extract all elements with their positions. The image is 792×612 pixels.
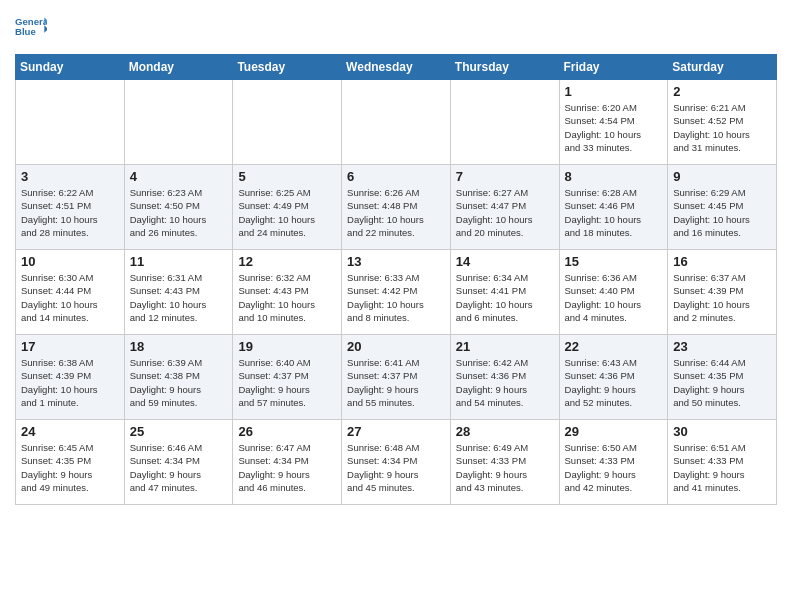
day-info: Sunrise: 6:40 AM Sunset: 4:37 PM Dayligh… — [238, 356, 336, 409]
day-info: Sunrise: 6:44 AM Sunset: 4:35 PM Dayligh… — [673, 356, 771, 409]
day-number: 2 — [673, 84, 771, 99]
day-info: Sunrise: 6:39 AM Sunset: 4:38 PM Dayligh… — [130, 356, 228, 409]
day-info: Sunrise: 6:32 AM Sunset: 4:43 PM Dayligh… — [238, 271, 336, 324]
calendar-cell: 27Sunrise: 6:48 AM Sunset: 4:34 PM Dayli… — [342, 420, 451, 505]
day-info: Sunrise: 6:23 AM Sunset: 4:50 PM Dayligh… — [130, 186, 228, 239]
calendar-cell: 28Sunrise: 6:49 AM Sunset: 4:33 PM Dayli… — [450, 420, 559, 505]
logo-svg: General Blue — [15, 10, 47, 46]
calendar-cell: 10Sunrise: 6:30 AM Sunset: 4:44 PM Dayli… — [16, 250, 125, 335]
calendar-week-row: 10Sunrise: 6:30 AM Sunset: 4:44 PM Dayli… — [16, 250, 777, 335]
day-number: 5 — [238, 169, 336, 184]
day-info: Sunrise: 6:43 AM Sunset: 4:36 PM Dayligh… — [565, 356, 663, 409]
day-number: 8 — [565, 169, 663, 184]
day-number: 20 — [347, 339, 445, 354]
day-number: 24 — [21, 424, 119, 439]
day-info: Sunrise: 6:20 AM Sunset: 4:54 PM Dayligh… — [565, 101, 663, 154]
day-number: 12 — [238, 254, 336, 269]
weekday-header-sunday: Sunday — [16, 55, 125, 80]
weekday-header-monday: Monday — [124, 55, 233, 80]
calendar-week-row: 24Sunrise: 6:45 AM Sunset: 4:35 PM Dayli… — [16, 420, 777, 505]
calendar-cell: 19Sunrise: 6:40 AM Sunset: 4:37 PM Dayli… — [233, 335, 342, 420]
weekday-header-saturday: Saturday — [668, 55, 777, 80]
day-number: 21 — [456, 339, 554, 354]
day-number: 19 — [238, 339, 336, 354]
calendar-cell: 6Sunrise: 6:26 AM Sunset: 4:48 PM Daylig… — [342, 165, 451, 250]
calendar-cell: 4Sunrise: 6:23 AM Sunset: 4:50 PM Daylig… — [124, 165, 233, 250]
weekday-header-friday: Friday — [559, 55, 668, 80]
day-number: 26 — [238, 424, 336, 439]
day-number: 13 — [347, 254, 445, 269]
weekday-header-thursday: Thursday — [450, 55, 559, 80]
calendar-cell — [16, 80, 125, 165]
day-info: Sunrise: 6:37 AM Sunset: 4:39 PM Dayligh… — [673, 271, 771, 324]
day-number: 17 — [21, 339, 119, 354]
day-number: 10 — [21, 254, 119, 269]
calendar-cell: 18Sunrise: 6:39 AM Sunset: 4:38 PM Dayli… — [124, 335, 233, 420]
day-info: Sunrise: 6:34 AM Sunset: 4:41 PM Dayligh… — [456, 271, 554, 324]
day-number: 14 — [456, 254, 554, 269]
calendar-cell: 12Sunrise: 6:32 AM Sunset: 4:43 PM Dayli… — [233, 250, 342, 335]
day-info: Sunrise: 6:47 AM Sunset: 4:34 PM Dayligh… — [238, 441, 336, 494]
day-info: Sunrise: 6:50 AM Sunset: 4:33 PM Dayligh… — [565, 441, 663, 494]
day-number: 30 — [673, 424, 771, 439]
day-info: Sunrise: 6:41 AM Sunset: 4:37 PM Dayligh… — [347, 356, 445, 409]
day-info: Sunrise: 6:30 AM Sunset: 4:44 PM Dayligh… — [21, 271, 119, 324]
calendar-cell: 17Sunrise: 6:38 AM Sunset: 4:39 PM Dayli… — [16, 335, 125, 420]
day-info: Sunrise: 6:38 AM Sunset: 4:39 PM Dayligh… — [21, 356, 119, 409]
day-info: Sunrise: 6:29 AM Sunset: 4:45 PM Dayligh… — [673, 186, 771, 239]
day-info: Sunrise: 6:46 AM Sunset: 4:34 PM Dayligh… — [130, 441, 228, 494]
weekday-header-tuesday: Tuesday — [233, 55, 342, 80]
day-number: 11 — [130, 254, 228, 269]
day-number: 9 — [673, 169, 771, 184]
calendar-week-row: 17Sunrise: 6:38 AM Sunset: 4:39 PM Dayli… — [16, 335, 777, 420]
page-header: General Blue — [15, 10, 777, 46]
calendar-cell: 11Sunrise: 6:31 AM Sunset: 4:43 PM Dayli… — [124, 250, 233, 335]
day-number: 7 — [456, 169, 554, 184]
day-info: Sunrise: 6:33 AM Sunset: 4:42 PM Dayligh… — [347, 271, 445, 324]
calendar-cell: 3Sunrise: 6:22 AM Sunset: 4:51 PM Daylig… — [16, 165, 125, 250]
calendar-cell: 21Sunrise: 6:42 AM Sunset: 4:36 PM Dayli… — [450, 335, 559, 420]
calendar-cell: 14Sunrise: 6:34 AM Sunset: 4:41 PM Dayli… — [450, 250, 559, 335]
day-info: Sunrise: 6:49 AM Sunset: 4:33 PM Dayligh… — [456, 441, 554, 494]
day-number: 1 — [565, 84, 663, 99]
calendar-cell — [342, 80, 451, 165]
day-number: 18 — [130, 339, 228, 354]
calendar-cell — [124, 80, 233, 165]
calendar-cell: 1Sunrise: 6:20 AM Sunset: 4:54 PM Daylig… — [559, 80, 668, 165]
day-number: 27 — [347, 424, 445, 439]
day-info: Sunrise: 6:48 AM Sunset: 4:34 PM Dayligh… — [347, 441, 445, 494]
calendar-cell: 24Sunrise: 6:45 AM Sunset: 4:35 PM Dayli… — [16, 420, 125, 505]
day-number: 25 — [130, 424, 228, 439]
day-number: 3 — [21, 169, 119, 184]
day-info: Sunrise: 6:36 AM Sunset: 4:40 PM Dayligh… — [565, 271, 663, 324]
weekday-header-wednesday: Wednesday — [342, 55, 451, 80]
calendar-cell: 29Sunrise: 6:50 AM Sunset: 4:33 PM Dayli… — [559, 420, 668, 505]
day-info: Sunrise: 6:26 AM Sunset: 4:48 PM Dayligh… — [347, 186, 445, 239]
calendar-cell: 7Sunrise: 6:27 AM Sunset: 4:47 PM Daylig… — [450, 165, 559, 250]
calendar-cell: 2Sunrise: 6:21 AM Sunset: 4:52 PM Daylig… — [668, 80, 777, 165]
day-number: 15 — [565, 254, 663, 269]
day-info: Sunrise: 6:22 AM Sunset: 4:51 PM Dayligh… — [21, 186, 119, 239]
day-number: 23 — [673, 339, 771, 354]
day-info: Sunrise: 6:45 AM Sunset: 4:35 PM Dayligh… — [21, 441, 119, 494]
day-info: Sunrise: 6:25 AM Sunset: 4:49 PM Dayligh… — [238, 186, 336, 239]
calendar-cell — [233, 80, 342, 165]
day-number: 28 — [456, 424, 554, 439]
day-info: Sunrise: 6:31 AM Sunset: 4:43 PM Dayligh… — [130, 271, 228, 324]
day-info: Sunrise: 6:21 AM Sunset: 4:52 PM Dayligh… — [673, 101, 771, 154]
calendar-cell: 16Sunrise: 6:37 AM Sunset: 4:39 PM Dayli… — [668, 250, 777, 335]
calendar-cell: 15Sunrise: 6:36 AM Sunset: 4:40 PM Dayli… — [559, 250, 668, 335]
day-info: Sunrise: 6:51 AM Sunset: 4:33 PM Dayligh… — [673, 441, 771, 494]
day-info: Sunrise: 6:42 AM Sunset: 4:36 PM Dayligh… — [456, 356, 554, 409]
calendar-cell: 23Sunrise: 6:44 AM Sunset: 4:35 PM Dayli… — [668, 335, 777, 420]
day-number: 6 — [347, 169, 445, 184]
calendar-table: SundayMondayTuesdayWednesdayThursdayFrid… — [15, 54, 777, 505]
calendar-cell: 8Sunrise: 6:28 AM Sunset: 4:46 PM Daylig… — [559, 165, 668, 250]
calendar-cell: 20Sunrise: 6:41 AM Sunset: 4:37 PM Dayli… — [342, 335, 451, 420]
calendar-cell — [450, 80, 559, 165]
calendar-cell: 25Sunrise: 6:46 AM Sunset: 4:34 PM Dayli… — [124, 420, 233, 505]
calendar-week-row: 3Sunrise: 6:22 AM Sunset: 4:51 PM Daylig… — [16, 165, 777, 250]
calendar-cell: 9Sunrise: 6:29 AM Sunset: 4:45 PM Daylig… — [668, 165, 777, 250]
logo: General Blue — [15, 10, 47, 46]
day-info: Sunrise: 6:28 AM Sunset: 4:46 PM Dayligh… — [565, 186, 663, 239]
